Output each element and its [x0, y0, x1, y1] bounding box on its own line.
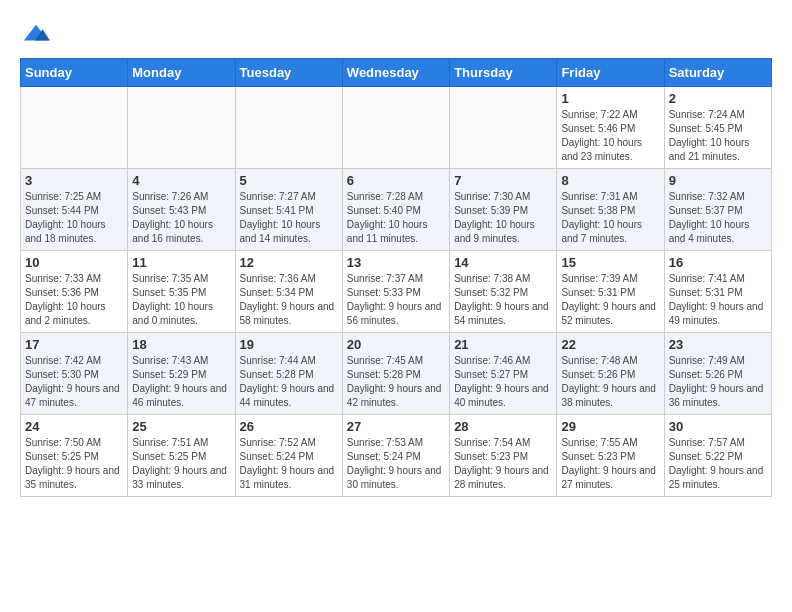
day-number: 3 — [25, 173, 123, 188]
day-number: 16 — [669, 255, 767, 270]
day-cell: 24Sunrise: 7:50 AM Sunset: 5:25 PM Dayli… — [21, 415, 128, 497]
day-cell: 10Sunrise: 7:33 AM Sunset: 5:36 PM Dayli… — [21, 251, 128, 333]
day-info: Sunrise: 7:48 AM Sunset: 5:26 PM Dayligh… — [561, 354, 659, 410]
day-info: Sunrise: 7:32 AM Sunset: 5:37 PM Dayligh… — [669, 190, 767, 246]
day-info: Sunrise: 7:24 AM Sunset: 5:45 PM Dayligh… — [669, 108, 767, 164]
day-info: Sunrise: 7:28 AM Sunset: 5:40 PM Dayligh… — [347, 190, 445, 246]
day-cell: 21Sunrise: 7:46 AM Sunset: 5:27 PM Dayli… — [450, 333, 557, 415]
day-number: 8 — [561, 173, 659, 188]
day-number: 30 — [669, 419, 767, 434]
day-info: Sunrise: 7:25 AM Sunset: 5:44 PM Dayligh… — [25, 190, 123, 246]
day-info: Sunrise: 7:46 AM Sunset: 5:27 PM Dayligh… — [454, 354, 552, 410]
day-cell: 23Sunrise: 7:49 AM Sunset: 5:26 PM Dayli… — [664, 333, 771, 415]
day-number: 10 — [25, 255, 123, 270]
week-row-5: 24Sunrise: 7:50 AM Sunset: 5:25 PM Dayli… — [21, 415, 772, 497]
day-info: Sunrise: 7:36 AM Sunset: 5:34 PM Dayligh… — [240, 272, 338, 328]
day-cell — [342, 87, 449, 169]
day-cell — [235, 87, 342, 169]
day-cell: 8Sunrise: 7:31 AM Sunset: 5:38 PM Daylig… — [557, 169, 664, 251]
day-cell: 19Sunrise: 7:44 AM Sunset: 5:28 PM Dayli… — [235, 333, 342, 415]
day-cell: 25Sunrise: 7:51 AM Sunset: 5:25 PM Dayli… — [128, 415, 235, 497]
day-cell — [450, 87, 557, 169]
day-number: 25 — [132, 419, 230, 434]
day-cell: 15Sunrise: 7:39 AM Sunset: 5:31 PM Dayli… — [557, 251, 664, 333]
day-number: 7 — [454, 173, 552, 188]
day-info: Sunrise: 7:42 AM Sunset: 5:30 PM Dayligh… — [25, 354, 123, 410]
day-cell: 5Sunrise: 7:27 AM Sunset: 5:41 PM Daylig… — [235, 169, 342, 251]
day-info: Sunrise: 7:26 AM Sunset: 5:43 PM Dayligh… — [132, 190, 230, 246]
day-number: 1 — [561, 91, 659, 106]
day-cell: 6Sunrise: 7:28 AM Sunset: 5:40 PM Daylig… — [342, 169, 449, 251]
day-number: 28 — [454, 419, 552, 434]
logo — [20, 20, 50, 48]
week-row-1: 1Sunrise: 7:22 AM Sunset: 5:46 PM Daylig… — [21, 87, 772, 169]
week-row-3: 10Sunrise: 7:33 AM Sunset: 5:36 PM Dayli… — [21, 251, 772, 333]
day-cell: 26Sunrise: 7:52 AM Sunset: 5:24 PM Dayli… — [235, 415, 342, 497]
day-info: Sunrise: 7:57 AM Sunset: 5:22 PM Dayligh… — [669, 436, 767, 492]
day-info: Sunrise: 7:37 AM Sunset: 5:33 PM Dayligh… — [347, 272, 445, 328]
day-cell — [21, 87, 128, 169]
day-number: 24 — [25, 419, 123, 434]
day-number: 27 — [347, 419, 445, 434]
day-cell: 9Sunrise: 7:32 AM Sunset: 5:37 PM Daylig… — [664, 169, 771, 251]
calendar-table: SundayMondayTuesdayWednesdayThursdayFrid… — [20, 58, 772, 497]
day-info: Sunrise: 7:53 AM Sunset: 5:24 PM Dayligh… — [347, 436, 445, 492]
day-number: 23 — [669, 337, 767, 352]
weekday-header-row: SundayMondayTuesdayWednesdayThursdayFrid… — [21, 59, 772, 87]
week-row-4: 17Sunrise: 7:42 AM Sunset: 5:30 PM Dayli… — [21, 333, 772, 415]
day-number: 11 — [132, 255, 230, 270]
day-info: Sunrise: 7:44 AM Sunset: 5:28 PM Dayligh… — [240, 354, 338, 410]
day-cell: 28Sunrise: 7:54 AM Sunset: 5:23 PM Dayli… — [450, 415, 557, 497]
day-info: Sunrise: 7:27 AM Sunset: 5:41 PM Dayligh… — [240, 190, 338, 246]
day-cell: 4Sunrise: 7:26 AM Sunset: 5:43 PM Daylig… — [128, 169, 235, 251]
day-info: Sunrise: 7:35 AM Sunset: 5:35 PM Dayligh… — [132, 272, 230, 328]
day-cell: 16Sunrise: 7:41 AM Sunset: 5:31 PM Dayli… — [664, 251, 771, 333]
weekday-header-thursday: Thursday — [450, 59, 557, 87]
day-cell: 27Sunrise: 7:53 AM Sunset: 5:24 PM Dayli… — [342, 415, 449, 497]
day-number: 5 — [240, 173, 338, 188]
day-number: 13 — [347, 255, 445, 270]
day-number: 18 — [132, 337, 230, 352]
day-number: 29 — [561, 419, 659, 434]
week-row-2: 3Sunrise: 7:25 AM Sunset: 5:44 PM Daylig… — [21, 169, 772, 251]
day-number: 20 — [347, 337, 445, 352]
day-number: 14 — [454, 255, 552, 270]
day-number: 17 — [25, 337, 123, 352]
page-header — [20, 20, 772, 48]
day-info: Sunrise: 7:30 AM Sunset: 5:39 PM Dayligh… — [454, 190, 552, 246]
day-cell — [128, 87, 235, 169]
day-info: Sunrise: 7:22 AM Sunset: 5:46 PM Dayligh… — [561, 108, 659, 164]
day-info: Sunrise: 7:49 AM Sunset: 5:26 PM Dayligh… — [669, 354, 767, 410]
day-number: 9 — [669, 173, 767, 188]
day-info: Sunrise: 7:54 AM Sunset: 5:23 PM Dayligh… — [454, 436, 552, 492]
weekday-header-saturday: Saturday — [664, 59, 771, 87]
day-number: 2 — [669, 91, 767, 106]
day-info: Sunrise: 7:55 AM Sunset: 5:23 PM Dayligh… — [561, 436, 659, 492]
day-cell: 11Sunrise: 7:35 AM Sunset: 5:35 PM Dayli… — [128, 251, 235, 333]
day-info: Sunrise: 7:50 AM Sunset: 5:25 PM Dayligh… — [25, 436, 123, 492]
weekday-header-tuesday: Tuesday — [235, 59, 342, 87]
day-cell: 2Sunrise: 7:24 AM Sunset: 5:45 PM Daylig… — [664, 87, 771, 169]
weekday-header-sunday: Sunday — [21, 59, 128, 87]
day-cell: 18Sunrise: 7:43 AM Sunset: 5:29 PM Dayli… — [128, 333, 235, 415]
day-cell: 14Sunrise: 7:38 AM Sunset: 5:32 PM Dayli… — [450, 251, 557, 333]
day-number: 12 — [240, 255, 338, 270]
day-number: 6 — [347, 173, 445, 188]
logo-icon — [22, 20, 50, 48]
weekday-header-wednesday: Wednesday — [342, 59, 449, 87]
day-info: Sunrise: 7:31 AM Sunset: 5:38 PM Dayligh… — [561, 190, 659, 246]
day-cell: 22Sunrise: 7:48 AM Sunset: 5:26 PM Dayli… — [557, 333, 664, 415]
day-number: 4 — [132, 173, 230, 188]
day-info: Sunrise: 7:39 AM Sunset: 5:31 PM Dayligh… — [561, 272, 659, 328]
day-number: 21 — [454, 337, 552, 352]
day-number: 26 — [240, 419, 338, 434]
day-cell: 12Sunrise: 7:36 AM Sunset: 5:34 PM Dayli… — [235, 251, 342, 333]
day-cell: 20Sunrise: 7:45 AM Sunset: 5:28 PM Dayli… — [342, 333, 449, 415]
day-cell: 7Sunrise: 7:30 AM Sunset: 5:39 PM Daylig… — [450, 169, 557, 251]
day-cell: 13Sunrise: 7:37 AM Sunset: 5:33 PM Dayli… — [342, 251, 449, 333]
day-info: Sunrise: 7:52 AM Sunset: 5:24 PM Dayligh… — [240, 436, 338, 492]
day-number: 19 — [240, 337, 338, 352]
weekday-header-monday: Monday — [128, 59, 235, 87]
day-info: Sunrise: 7:51 AM Sunset: 5:25 PM Dayligh… — [132, 436, 230, 492]
day-cell: 29Sunrise: 7:55 AM Sunset: 5:23 PM Dayli… — [557, 415, 664, 497]
